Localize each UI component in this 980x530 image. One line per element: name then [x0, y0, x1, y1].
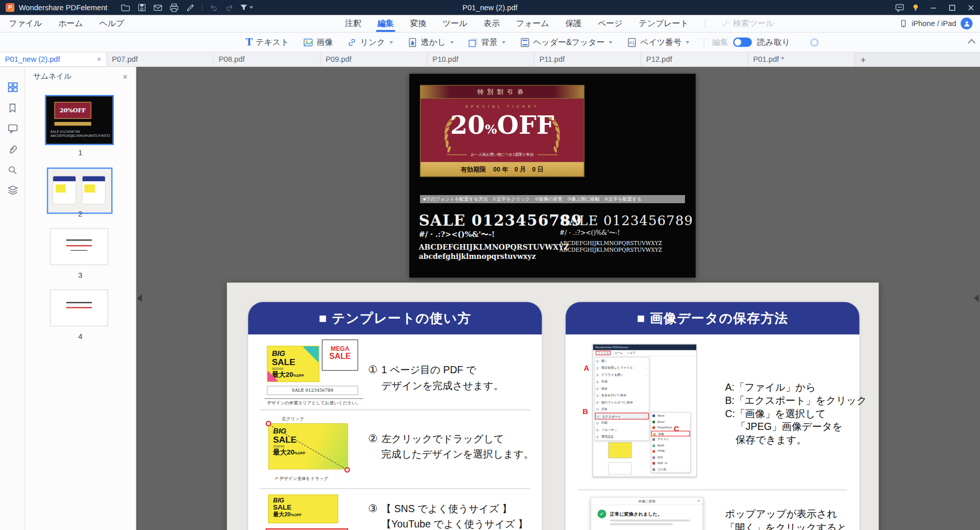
- doc-tab[interactable]: P12.pdf: [641, 53, 748, 66]
- tab-template[interactable]: テンプレート: [639, 15, 689, 32]
- close-tab-icon[interactable]: ×: [97, 55, 102, 64]
- app-logo-icon: P: [6, 3, 14, 12]
- expand-right-panel-icon[interactable]: [974, 295, 979, 302]
- thumbnail-page-2[interactable]: [47, 167, 113, 214]
- account-avatar[interactable]: [961, 17, 972, 29]
- toolbar-separator: [704, 37, 704, 47]
- filter-icon[interactable]: [238, 0, 254, 15]
- minimize-button[interactable]: [924, 0, 943, 15]
- sidebar-icon-strip: [0, 67, 25, 530]
- save-icon[interactable]: [134, 0, 150, 15]
- read-mode-label: 読み取り: [757, 37, 790, 48]
- mini-page-thumb-2: [608, 462, 632, 474]
- tab-page[interactable]: ページ: [598, 15, 623, 32]
- header-footer-button[interactable]: ヘッダー&フッター: [520, 37, 613, 48]
- screen: P Wondershare PDFelement P01_new (2).pdf…: [0, 0, 980, 530]
- search-tools-button[interactable]: 検索ツール: [722, 18, 774, 29]
- assistant-icon[interactable]: [810, 38, 819, 46]
- mini-file-menu: ファイル: [596, 351, 611, 355]
- tab-form[interactable]: フォーム: [516, 15, 549, 32]
- background-button[interactable]: 背景: [468, 37, 505, 48]
- menubar-left: ファイル ホーム ヘルプ: [0, 18, 124, 29]
- coupon-discount: 20%OFF: [421, 111, 584, 144]
- idea-bulb-icon[interactable]: [908, 0, 924, 15]
- page-number-3: 3: [25, 271, 136, 279]
- tab-protect[interactable]: 保護: [566, 15, 582, 32]
- close-panel-icon[interactable]: ×: [122, 71, 127, 81]
- step-3: ③ 【 SNS でよく使うサイズ 】【YouTube でよく使うサイズ 】: [368, 501, 528, 530]
- thumbnail-page-4[interactable]: [50, 290, 108, 326]
- coupon-note: お一人様お買い物につき1度限り有効: [421, 152, 584, 158]
- search-panel-icon[interactable]: [0, 159, 25, 180]
- maximize-button[interactable]: [943, 0, 962, 15]
- thumbnail-page-3[interactable]: [50, 228, 108, 265]
- coupon-eyebrow: SPECIAL TICKET: [421, 104, 584, 108]
- mail-icon[interactable]: [150, 0, 166, 15]
- bates-number-icon: #1: [627, 37, 638, 47]
- background-icon: [468, 37, 478, 47]
- doc-tab-active[interactable]: P01_new (2).pdf ×: [0, 53, 107, 66]
- close-button[interactable]: [961, 0, 980, 15]
- print-icon[interactable]: [166, 0, 183, 15]
- text-button[interactable]: T テキスト: [246, 37, 289, 48]
- signature-icon[interactable]: [182, 0, 199, 15]
- edit-mode-label: 編集: [712, 37, 728, 48]
- attachments-panel-icon[interactable]: [0, 139, 25, 159]
- conversion-popup: 画像に変換 × ✓ 正常に変換されました。: [591, 497, 703, 530]
- bates-number-button[interactable]: #1 ベイツ番号: [627, 37, 690, 48]
- collapse-toolbar-icon[interactable]: [969, 40, 975, 43]
- app-name: Wondershare PDFelement: [19, 3, 108, 12]
- thumbnail-panel: サムネイル × 20%OFF SALE 0123456789ABCDEFGHIJ…: [25, 67, 136, 530]
- coupon-design: 特別割引券 SPECIAL TICKET 20%OFF お一人様お買い物につき1…: [420, 85, 584, 177]
- popup-close-icon: ×: [697, 498, 700, 505]
- tab-convert[interactable]: 変換: [410, 15, 426, 32]
- bookmarks-panel-icon[interactable]: [0, 98, 25, 118]
- menu-file[interactable]: ファイル: [9, 18, 42, 29]
- window-title: P01_new (2).pdf: [462, 3, 518, 12]
- feedback-icon[interactable]: [891, 0, 908, 15]
- font-instruction-strip: ■下のフォントを配置する方法 ①文字をクリック ②順番の変更 ③最上階に移動 ④…: [420, 195, 685, 203]
- step-2: ② 左クリックでドラッグして完成したデザインを選択します。: [368, 431, 533, 462]
- menu-home[interactable]: ホーム: [58, 18, 83, 29]
- tabs-separator: [705, 19, 705, 28]
- doc-tab[interactable]: P07.pdf: [107, 53, 213, 66]
- bates-caret-icon: [686, 41, 690, 43]
- menu-help[interactable]: ヘルプ: [99, 18, 124, 29]
- link-caret-icon: [389, 41, 393, 43]
- divider: [578, 490, 847, 490]
- comments-panel-icon[interactable]: [0, 118, 25, 138]
- mini-page-thumb: [608, 442, 632, 459]
- page-number-1: 1: [25, 148, 136, 157]
- image-button[interactable]: 画像: [303, 37, 333, 48]
- menubar: ファイル ホーム ヘルプ 注釈 編集 変換 ツール 表示 フォーム 保護 ページ…: [0, 15, 980, 32]
- tab-view[interactable]: 表示: [483, 15, 500, 32]
- document-canvas: 特別割引券 SPECIAL TICKET 20%OFF お一人様お買い物につき1…: [136, 67, 980, 530]
- doc-tab[interactable]: P11.pdf: [534, 53, 641, 66]
- doc-tab[interactable]: P09.pdf: [321, 53, 427, 66]
- thumbnail-page-1[interactable]: 20%OFF SALE 0123456789ABCDEFGHIJKLMNOPQR…: [45, 95, 114, 145]
- new-tab-button[interactable]: +: [855, 53, 871, 66]
- undo-icon[interactable]: [206, 0, 222, 15]
- coupon-expiry: 有効期限 00 年 0 月 0 日: [421, 162, 584, 176]
- pdf-page-2: ■ テンプレートの使い方 BIG SALE 2022/00 最大20%OFF M…: [227, 282, 878, 530]
- tab-annotate[interactable]: 注釈: [345, 15, 361, 32]
- coupon-title: 特別割引券: [421, 86, 584, 99]
- redo-icon[interactable]: [222, 0, 238, 15]
- tab-tools[interactable]: ツール: [443, 15, 468, 32]
- tab-edit[interactable]: 編集: [378, 15, 394, 32]
- doc-tab[interactable]: P08.pdf: [214, 53, 321, 66]
- doc-tab[interactable]: P01.pdf *: [748, 53, 855, 66]
- open-file-icon[interactable]: [117, 0, 134, 15]
- collapse-left-panel-icon[interactable]: [137, 295, 142, 302]
- image-icon: [303, 37, 313, 47]
- edit-read-toggle[interactable]: [733, 37, 752, 46]
- watermark-button[interactable]: 透かし: [408, 37, 454, 48]
- device-label[interactable]: iPhone / iPad: [912, 19, 956, 28]
- doc-tab[interactable]: P10.pdf: [428, 53, 534, 66]
- layers-panel-icon[interactable]: [0, 180, 25, 201]
- thumbnails-panel-icon[interactable]: [0, 77, 25, 98]
- step2-illustration: 左クリック BIG SALE 2022/00 最大20%OFF ↗ デザイン全体…: [265, 416, 355, 482]
- big-sale-design: BIG SALE 2022/00 最大20%OFF: [267, 346, 320, 382]
- filter-caret-icon: [249, 6, 253, 9]
- link-button[interactable]: リンク: [347, 37, 394, 48]
